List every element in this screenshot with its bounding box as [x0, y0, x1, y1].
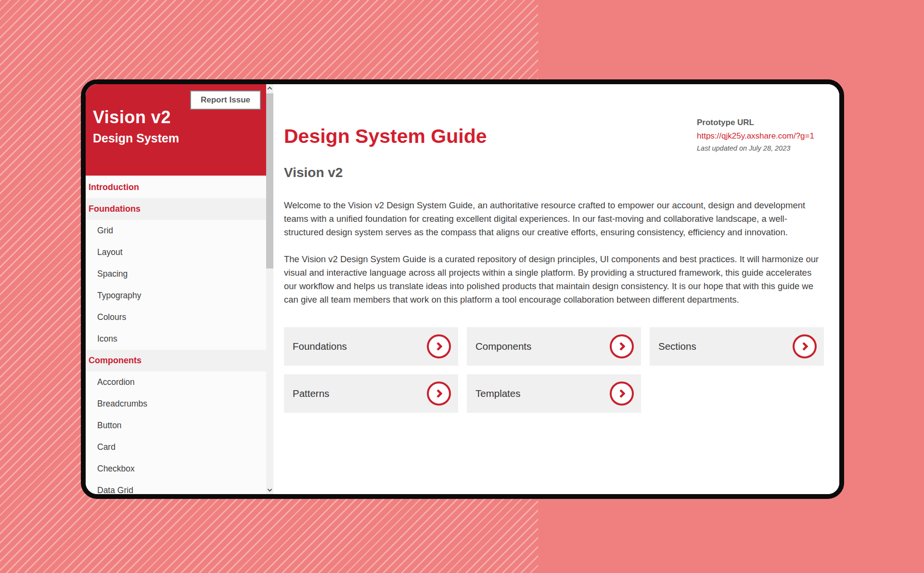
chevron-right-icon [434, 389, 443, 398]
sidebar-item-label: Checkbox [97, 464, 135, 474]
arrow-circle-icon[interactable] [610, 382, 634, 406]
arrow-circle-icon[interactable] [427, 382, 451, 406]
last-updated-text: Last updated on July 28, 2023 [697, 144, 814, 152]
scrollbar-thumb[interactable] [266, 93, 273, 268]
sidebar-item-label: Grid [97, 226, 113, 236]
arrow-circle-icon[interactable] [427, 334, 451, 358]
card-foundations[interactable]: Foundations [284, 327, 458, 366]
card-patterns[interactable]: Patterns [284, 374, 458, 413]
card-templates[interactable]: Templates [467, 374, 641, 413]
prototype-url-heading: Prototype URL [697, 118, 814, 127]
sidebar-item-label: Typography [97, 291, 141, 301]
sidebar-header: Vision v2 Design System Report Issue [86, 84, 266, 176]
sidebar-item-label: Breadcrumbs [97, 399, 147, 409]
sidebar-item-data-grid[interactable]: Data Grid [86, 480, 266, 494]
sidebar-item-accordion[interactable]: Accordion [86, 371, 266, 393]
sidebar-item-icons[interactable]: Icons [86, 328, 266, 350]
chevron-right-icon [617, 389, 626, 398]
card-label: Components [475, 341, 531, 352]
sidebar-item-label: Components [89, 356, 141, 366]
arrow-circle-icon[interactable] [793, 334, 817, 358]
card-components[interactable]: Components [467, 327, 641, 366]
sidebar-item-label: Foundations [89, 204, 141, 214]
sidebar-item-label: Button [97, 420, 122, 431]
sidebar-item-foundations[interactable]: Foundations [86, 198, 266, 220]
sidebar-item-label: Accordion [97, 377, 135, 387]
sidebar-item-button[interactable]: Button [86, 415, 266, 436]
sidebar-item-label: Data Grid [97, 485, 133, 494]
cards-grid: FoundationsComponentsSectionsPatternsTem… [284, 327, 824, 413]
report-issue-button[interactable]: Report Issue [190, 90, 261, 110]
card-label: Templates [475, 388, 520, 399]
sidebar-item-label: Icons [97, 334, 117, 344]
brand-title: Vision v2 [93, 107, 171, 127]
paragraph: Welcome to the Vision v2 Design System G… [284, 199, 821, 239]
sidebar-item-label: Spacing [97, 269, 128, 279]
sidebar-item-label: Introduction [89, 182, 139, 192]
chevron-down-icon [268, 487, 272, 492]
chevron-right-icon [617, 342, 626, 351]
page-title: Design System Guide [284, 125, 487, 148]
sidebar-item-label: Card [97, 442, 116, 452]
scrollbar-down-button[interactable] [266, 486, 273, 494]
prototype-url-block: Prototype URL https://qjk25y.axshare.com… [697, 118, 814, 152]
sidebar-item-colours[interactable]: Colours [86, 306, 266, 328]
sidebar-item-typography[interactable]: Typography [86, 285, 266, 306]
brand-subtitle: Design System [93, 131, 179, 145]
main-content: Design System Guide Prototype URL https:… [273, 84, 839, 494]
sidebar-item-label: Layout [97, 247, 123, 257]
card-label: Foundations [293, 341, 347, 352]
sidebar: Vision v2 Design System Report Issue Int… [86, 84, 266, 494]
paragraph: The Vision v2 Design System Guide is a c… [284, 253, 821, 306]
sidebar-item-label: Colours [97, 312, 126, 322]
intro-paragraphs: Welcome to the Vision v2 Design System G… [284, 199, 821, 320]
sidebar-item-grid[interactable]: Grid [86, 220, 266, 242]
chevron-up-icon [268, 87, 272, 91]
scrollbar-up-button[interactable] [266, 84, 273, 92]
sidebar-scrollbar[interactable] [266, 84, 273, 494]
arrow-circle-icon[interactable] [610, 334, 634, 358]
sidebar-item-introduction[interactable]: Introduction [86, 177, 266, 198]
prototype-url-link[interactable]: https://qjk25y.axshare.com/?g=1 [697, 131, 814, 141]
section-heading: Vision v2 [284, 165, 343, 180]
sidebar-item-breadcrumbs[interactable]: Breadcrumbs [86, 393, 266, 415]
chevron-right-icon [800, 342, 808, 351]
card-label: Sections [658, 341, 696, 352]
chevron-right-icon [434, 342, 443, 351]
sidebar-item-layout[interactable]: Layout [86, 242, 266, 263]
sidebar-item-components[interactable]: Components [86, 350, 266, 371]
sidebar-item-card[interactable]: Card [86, 436, 266, 458]
sidebar-item-checkbox[interactable]: Checkbox [86, 458, 266, 480]
sidebar-item-spacing[interactable]: Spacing [86, 263, 266, 285]
card-label: Patterns [293, 388, 329, 399]
card-sections[interactable]: Sections [650, 327, 824, 366]
sidebar-nav: IntroductionFoundationsGridLayoutSpacing… [86, 177, 266, 494]
app-window: Vision v2 Design System Report Issue Int… [81, 79, 844, 499]
